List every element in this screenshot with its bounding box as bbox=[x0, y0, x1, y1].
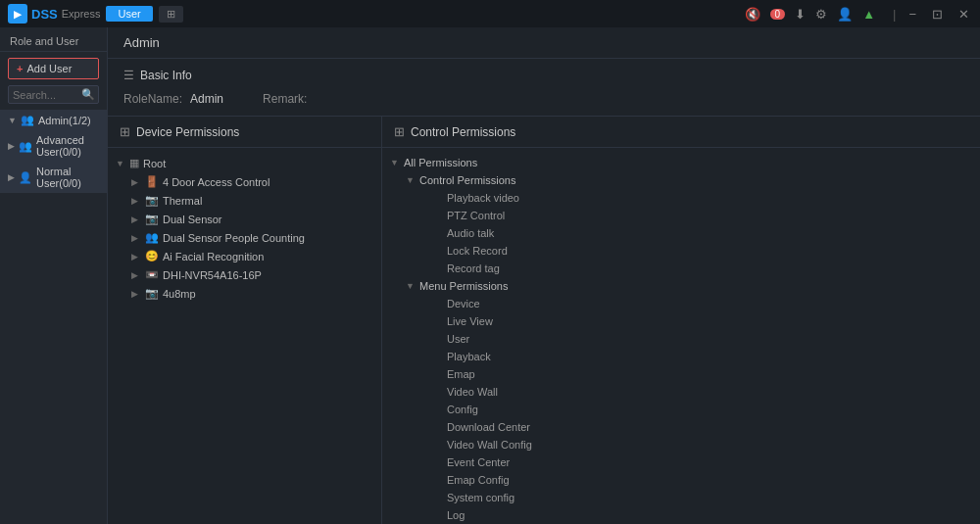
download-icon[interactable]: ⬇ bbox=[795, 7, 806, 22]
facial-label: Ai Facial Recognition bbox=[163, 251, 373, 262]
door-access-label: 4 Door Access Control bbox=[163, 176, 373, 188]
list-item: System config bbox=[414, 489, 980, 506]
admin-group-icon: 👥 bbox=[21, 114, 34, 126]
control-permissions-title: Control Permissions bbox=[411, 125, 515, 139]
advanced-group-label: Advanced User(0/0) bbox=[36, 134, 99, 158]
device-permissions-title: Device Permissions bbox=[136, 125, 239, 139]
user-tab[interactable]: User bbox=[106, 6, 152, 22]
tree-row-door-access[interactable]: ▶ 🚪 4 Door Access Control bbox=[123, 172, 381, 191]
dss-express-text: Express bbox=[62, 8, 101, 20]
user-icon[interactable]: 👤 bbox=[837, 7, 853, 22]
all-perms-children: ▼ Control Permissions Playback video PTZ… bbox=[382, 171, 980, 524]
control-tree: ▼ All Permissions ▼ Control Permissions bbox=[382, 148, 980, 524]
normal-group-header[interactable]: ▶ 👤 Normal User(0/0) bbox=[0, 162, 107, 193]
tree-row-thermal[interactable]: ▶ 📷 Thermal bbox=[123, 191, 381, 210]
tree-row-root[interactable]: ▼ ▦ Root bbox=[108, 154, 381, 172]
menu-perms-label: Menu Permissions bbox=[419, 280, 508, 292]
root-children: ▶ 🚪 4 Door Access Control ▶ 📷 Thermal ▶ bbox=[108, 172, 381, 303]
role-name-label: RoleName: bbox=[123, 92, 182, 106]
ctrl-node-menu: ▼ Menu Permissions Device Live View User… bbox=[398, 277, 980, 524]
dual-sensor-people-icon: 👥 bbox=[145, 231, 159, 244]
device-permissions-header: ⊞ Device Permissions bbox=[108, 117, 381, 148]
sidebar-group-normal: ▶ 👤 Normal User(0/0) bbox=[0, 162, 107, 193]
control-permissions-header: ⊞ Control Permissions bbox=[382, 117, 980, 148]
remark-field: Remark: bbox=[263, 92, 315, 106]
control-permissions-icon: ⊞ bbox=[394, 124, 405, 139]
admin-group-header[interactable]: ▼ 👥 Admin(1/2) bbox=[0, 110, 107, 130]
all-perms-label: All Permissions bbox=[404, 157, 477, 168]
update-icon[interactable]: ▲ bbox=[862, 7, 875, 22]
basic-info-fields: RoleName: Admin Remark: bbox=[123, 92, 964, 106]
advanced-group-header[interactable]: ▶ 👥 Advanced User(0/0) bbox=[0, 130, 107, 162]
dual-sensor-chevron-icon: ▶ bbox=[131, 214, 141, 224]
list-item: Audio talk bbox=[414, 224, 980, 242]
facial-icon: 😊 bbox=[145, 250, 159, 262]
ctrl-node-control: ▼ Control Permissions Playback video PTZ… bbox=[398, 171, 980, 277]
facial-chevron-icon: ▶ bbox=[131, 252, 141, 262]
admin-group-label: Admin(1/2) bbox=[38, 115, 91, 126]
nvr-icon: 📼 bbox=[145, 268, 159, 281]
door-access-chevron-icon: ▶ bbox=[131, 177, 141, 187]
settings-icon[interactable]: ⚙ bbox=[815, 7, 827, 22]
tree-row-dual-sensor[interactable]: ▶ 📷 Dual Sensor bbox=[123, 210, 381, 228]
basic-info-title: ☰ Basic Info bbox=[123, 69, 964, 82]
tree-row-facial[interactable]: ▶ 😊 Ai Facial Recognition bbox=[123, 247, 381, 265]
4u8mp-label: 4u8mp bbox=[163, 288, 373, 300]
ctrl-control-children: Playback video PTZ Control Audio talk Lo… bbox=[398, 189, 980, 277]
ctrl-row-menu[interactable]: ▼ Menu Permissions bbox=[398, 277, 980, 295]
tree-row-dual-sensor-people[interactable]: ▶ 👥 Dual Sensor People Counting bbox=[123, 228, 381, 247]
dss-logo-icon: ▶ bbox=[8, 4, 27, 24]
normal-chevron-icon: ▶ bbox=[8, 172, 15, 182]
list-item: Playback bbox=[414, 348, 980, 365]
mute-icon[interactable]: 🔇 bbox=[745, 7, 760, 22]
tree-row-nvr[interactable]: ▶ 📼 DHI-NVR54A16-16P bbox=[123, 265, 381, 284]
minimize-button[interactable]: − bbox=[906, 7, 919, 22]
advanced-group-icon: 👥 bbox=[19, 140, 32, 153]
search-input[interactable] bbox=[13, 89, 81, 101]
ctrl-menu-children: Device Live View User Playback Emap Vide… bbox=[398, 295, 980, 524]
dss-logo: ▶ DSS Express bbox=[8, 4, 100, 24]
device-permissions-panel: ⊞ Device Permissions ▼ ▦ Root ▶ bbox=[108, 117, 382, 524]
main-layout: Role and User + Add User 🔍 ▼ 👥 Admin(1/2… bbox=[0, 27, 980, 524]
restore-button[interactable]: ⊡ bbox=[929, 7, 946, 22]
basic-info-label: Basic Info bbox=[140, 69, 192, 82]
ctrl-row-control[interactable]: ▼ Control Permissions bbox=[398, 171, 980, 189]
thermal-chevron-icon: ▶ bbox=[131, 196, 141, 206]
4u8mp-icon: 📷 bbox=[145, 287, 159, 300]
add-user-label: Add User bbox=[26, 63, 72, 74]
alert-badge: 0 bbox=[770, 9, 786, 20]
content-header: Admin bbox=[108, 27, 980, 59]
list-item: PTZ Control bbox=[414, 207, 980, 224]
info-icon: ☰ bbox=[123, 69, 134, 82]
dual-sensor-icon: 📷 bbox=[145, 213, 159, 225]
thermal-icon: 📷 bbox=[145, 194, 159, 207]
thermal-label: Thermal bbox=[163, 195, 373, 207]
content-area: Admin ☰ Basic Info RoleName: Admin Remar… bbox=[108, 27, 980, 524]
basic-info-section: ☰ Basic Info RoleName: Admin Remark: bbox=[108, 59, 980, 117]
remark-label: Remark: bbox=[263, 92, 307, 106]
tree-row-4u8mp[interactable]: ▶ 📷 4u8mp bbox=[123, 284, 381, 303]
add-user-button[interactable]: + Add User bbox=[8, 58, 99, 79]
list-item: Video Wall Config bbox=[414, 436, 980, 453]
root-server-icon: ▦ bbox=[129, 157, 139, 169]
ctrl-row-all[interactable]: ▼ All Permissions bbox=[382, 154, 980, 171]
menu-chevron-icon: ▼ bbox=[406, 281, 416, 291]
search-icon: 🔍 bbox=[81, 88, 95, 101]
list-item: Video Wall bbox=[414, 383, 980, 401]
door-access-icon: 🚪 bbox=[145, 175, 159, 188]
permissions-area: ⊞ Device Permissions ▼ ▦ Root ▶ bbox=[108, 117, 980, 524]
list-item: Log bbox=[414, 506, 980, 524]
new-tab-button[interactable]: ⊞ bbox=[159, 6, 183, 23]
device-permissions-icon: ⊞ bbox=[120, 124, 130, 139]
close-button[interactable]: ✕ bbox=[956, 7, 972, 22]
list-item: Record tag bbox=[414, 260, 980, 277]
normal-group-icon: 👤 bbox=[19, 171, 32, 184]
dual-sensor-people-label: Dual Sensor People Counting bbox=[163, 232, 373, 244]
normal-group-label: Normal User(0/0) bbox=[36, 166, 99, 189]
list-item: Lock Record bbox=[414, 242, 980, 260]
dss-logo-text: DSS bbox=[31, 7, 58, 22]
sidebar-group-admin: ▼ 👥 Admin(1/2) bbox=[0, 110, 107, 130]
admin-chevron-icon: ▼ bbox=[8, 116, 17, 125]
title-bar-right: 🔇 0 ⬇ ⚙ 👤 ▲ | − ⊡ ✕ bbox=[745, 7, 972, 22]
role-name-field: RoleName: Admin bbox=[123, 92, 223, 106]
